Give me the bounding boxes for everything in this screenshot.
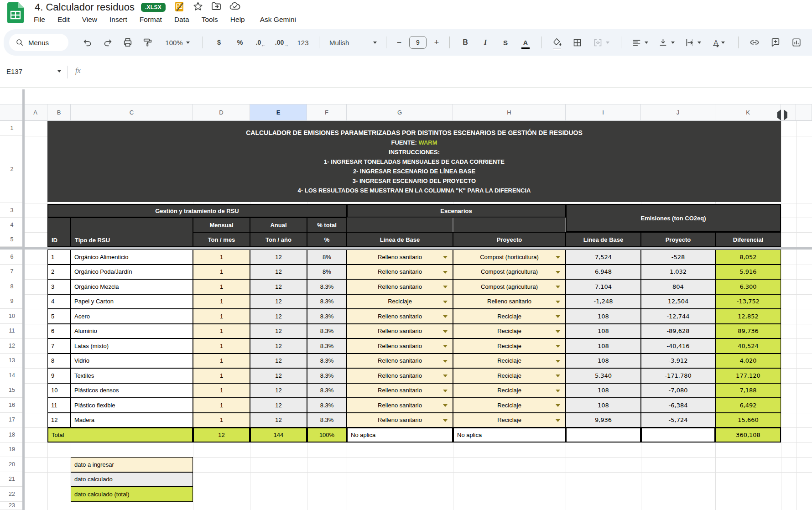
cell-B6[interactable]: 1 (47, 250, 71, 265)
cell-I7[interactable]: 6,948 (566, 265, 641, 280)
sheets-logo-icon[interactable] (7, 2, 24, 25)
cell-J8[interactable]: 804 (641, 279, 715, 294)
star-icon[interactable] (193, 1, 203, 14)
cell-E16[interactable]: 12 (250, 398, 307, 413)
cell-E14[interactable]: 12 (250, 368, 307, 383)
cell-E11[interactable]: 12 (250, 324, 307, 339)
move-folder-icon[interactable] (211, 1, 222, 14)
cell-F8[interactable]: 8.3% (307, 279, 347, 294)
cell-K16[interactable]: 6,492 (715, 398, 781, 413)
dropdown-H15[interactable]: Reciclaje (453, 383, 566, 398)
row-header-9[interactable]: 9 (0, 294, 24, 309)
cell-J18[interactable] (641, 427, 715, 442)
cell-I15[interactable]: 108 (566, 383, 641, 398)
row-header-15[interactable]: 15 (0, 383, 24, 398)
cell-E12[interactable]: 12 (250, 338, 307, 354)
row-header-7[interactable]: 7 (0, 265, 24, 280)
dropdown-G11[interactable]: Relleno sanitario (347, 324, 453, 339)
row-header-20[interactable]: 20 (0, 457, 24, 472)
cell-D14[interactable]: 1 (193, 368, 250, 383)
cell-H18[interactable]: No aplica (453, 427, 566, 442)
dropdown-G7[interactable]: Relleno sanitario (347, 265, 453, 280)
print-button[interactable] (118, 34, 138, 51)
cloud-status-icon[interactable] (229, 1, 241, 14)
header-mensual[interactable]: Mensual (193, 218, 250, 232)
dropdown-H10[interactable]: Reciclaje (453, 309, 566, 324)
legend-input[interactable]: dato a ingresar (71, 457, 193, 472)
dropdown-H13[interactable]: Reciclaje (453, 354, 566, 369)
cell-E13[interactable]: 12 (250, 354, 307, 369)
cell-B9[interactable]: 4 (47, 294, 71, 309)
dropdown-H9[interactable]: Relleno sanitario (453, 294, 566, 309)
header-linea-de-base[interactable]: Línea de Base (347, 232, 453, 247)
cell-B16[interactable]: 11 (47, 398, 71, 413)
cell-G18[interactable]: No aplica (347, 427, 453, 442)
cell-J16[interactable]: -6,384 (641, 398, 715, 413)
column-header-C[interactable]: C (71, 104, 193, 121)
zoom-control[interactable]: 100% (158, 34, 197, 51)
cell-C17[interactable]: Madera (71, 413, 193, 428)
cell-F18[interactable]: 100% (307, 427, 347, 442)
cell-B7[interactable]: 2 (47, 265, 71, 280)
column-header-H[interactable]: H (453, 104, 566, 121)
row-header-5[interactable]: 5 (0, 232, 24, 247)
cell-I17[interactable]: 9,936 (566, 413, 641, 428)
cell-C7[interactable]: Orgánico Poda/Jardín (71, 265, 193, 280)
cell-I13[interactable]: 108 (566, 354, 641, 369)
row-header-4[interactable]: 4 (0, 218, 24, 232)
text-color-button[interactable]: A (515, 34, 536, 51)
cell-B8[interactable]: 3 (47, 279, 71, 294)
column-header-J[interactable]: J (641, 104, 715, 121)
legend-calc[interactable]: dato calculado (71, 472, 193, 487)
cell-F9[interactable]: 8.3% (307, 294, 347, 309)
cell-E15[interactable]: 12 (250, 383, 307, 398)
header-diferencial[interactable]: Diferencial (715, 232, 781, 247)
column-header-D[interactable]: D (193, 104, 250, 121)
text-rotation-button[interactable]: A (706, 34, 733, 51)
menu-file[interactable]: File (34, 16, 45, 24)
cell-E7[interactable]: 12 (250, 265, 307, 280)
dropdown-G8[interactable]: Relleno sanitario (347, 279, 453, 294)
grid-corner[interactable] (0, 104, 24, 121)
row-header-3[interactable]: 3 (0, 203, 24, 218)
header-ton-mes[interactable]: Ton / mes (193, 232, 250, 247)
menu-tools[interactable]: Tools (202, 16, 218, 24)
row-header-12[interactable]: 12 (0, 338, 24, 354)
row-header-11[interactable]: 11 (0, 324, 24, 339)
cell-D13[interactable]: 1 (193, 354, 250, 369)
row-header-1[interactable]: 1 (0, 121, 24, 136)
column-header-K[interactable]: K (715, 104, 781, 121)
cell-K18[interactable]: 360,108 (715, 427, 781, 442)
increase-decimal-button[interactable]: .00→ (271, 34, 292, 51)
header-proyecto[interactable]: Proyecto (453, 232, 566, 247)
hidden-columns-right-arrow-icon[interactable] (784, 109, 792, 120)
cell-D10[interactable]: 1 (193, 309, 250, 324)
dropdown-G13[interactable]: Relleno sanitario (347, 354, 453, 369)
merge-cells-button[interactable] (587, 34, 615, 51)
cell-C14[interactable]: Textiles (71, 368, 193, 383)
cell-C15[interactable]: Plásticos densos (71, 383, 193, 398)
cell-K12[interactable]: 40,524 (715, 338, 781, 354)
dropdown-H12[interactable]: Reciclaje (453, 338, 566, 354)
header-pct[interactable]: % (307, 232, 347, 247)
column-header-next[interactable] (796, 104, 812, 121)
cell-F11[interactable]: 8.3% (307, 324, 347, 339)
menu-ask-gemini[interactable]: Ask Gemini (260, 16, 296, 24)
cell-K10[interactable]: 12,852 (715, 309, 781, 324)
cell-I14[interactable]: 5,340 (566, 368, 641, 383)
header-group-emisiones[interactable]: Emisiones (ton CO2eq) (566, 204, 781, 232)
dropdown-G17[interactable]: Relleno sanitario (347, 413, 453, 428)
column-header-E[interactable]: E (250, 104, 307, 121)
cell-D16[interactable]: 1 (193, 398, 250, 413)
cell-I16[interactable]: 108 (566, 398, 641, 413)
cell-B12[interactable]: 7 (47, 338, 71, 354)
row-header-8[interactable]: 8 (0, 279, 24, 294)
cell-B10[interactable]: 5 (47, 309, 71, 324)
cell-F10[interactable]: 8.3% (307, 309, 347, 324)
dropdown-H11[interactable]: Reciclaje (453, 324, 566, 339)
cell-I8[interactable]: 7,104 (566, 279, 641, 294)
header-emisiones-linea-base[interactable]: Línea de Base (566, 232, 641, 247)
format-currency-button[interactable]: $ (208, 34, 229, 51)
row-header-13[interactable]: 13 (0, 354, 24, 369)
menu-format[interactable]: Format (140, 16, 162, 24)
